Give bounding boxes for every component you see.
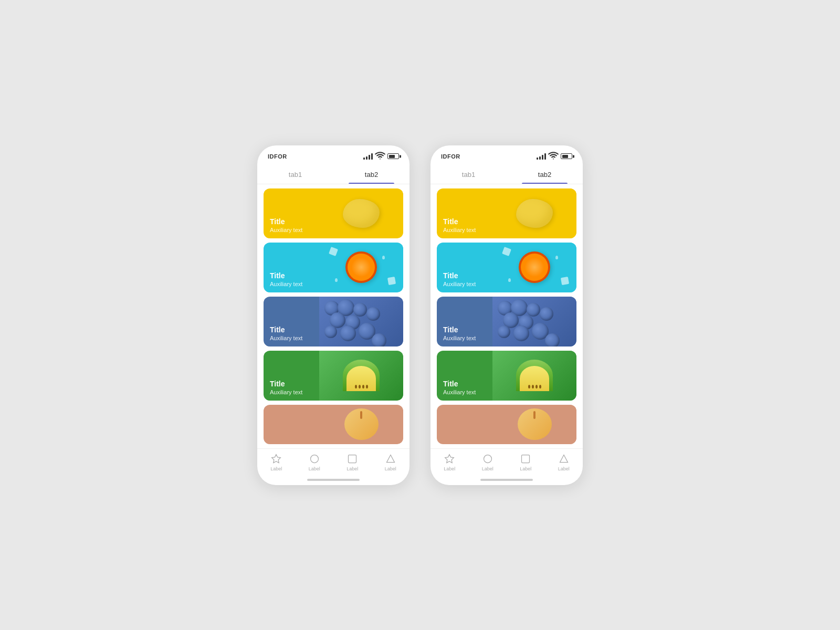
circle-icon-left xyxy=(309,453,320,465)
triangle-icon-left xyxy=(385,453,396,465)
tab1-left[interactable]: tab1 xyxy=(257,166,333,184)
nav-item-circle-right[interactable]: Label xyxy=(482,453,494,471)
card-subtitle-orange-right: Auxiliary text xyxy=(443,280,476,288)
lemon-visual-right xyxy=(492,188,576,238)
card-title-blueberry-left: Title xyxy=(270,326,302,334)
svg-marker-1 xyxy=(272,454,281,463)
melon-visual-left xyxy=(319,351,403,401)
card-title-lemon-left: Title xyxy=(270,217,302,226)
card-subtitle-blueberry-left: Auxiliary text xyxy=(270,334,302,342)
orange-visual-left xyxy=(319,243,403,292)
svg-point-2 xyxy=(310,455,318,463)
card-title-lemon-right: Title xyxy=(443,217,476,226)
svg-marker-9 xyxy=(560,455,568,462)
brand-label-right: IDFOR xyxy=(441,153,460,160)
card-title-orange-right: Title xyxy=(443,271,476,280)
square-icon-left xyxy=(346,453,358,465)
card-blueberry-right[interactable]: Title Auxiliary text xyxy=(437,297,576,346)
circle-icon-right xyxy=(482,453,494,465)
card-lemon-right[interactable]: Title Auxiliary text xyxy=(437,188,576,238)
home-bar-left xyxy=(307,479,360,481)
nav-label-circle-right: Label xyxy=(482,466,494,471)
tab1-right[interactable]: tab1 xyxy=(430,166,507,184)
card-orange-right[interactable]: Title Auxiliary text xyxy=(437,243,576,292)
star-icon-right xyxy=(444,453,455,465)
card-subtitle-melon-right: Auxiliary text xyxy=(443,388,476,396)
triangle-icon-right xyxy=(558,453,570,465)
card-orange-left[interactable]: Title Auxiliary text xyxy=(264,243,403,292)
card-text-orange-left: Title Auxiliary text xyxy=(264,267,309,292)
card-bg-peach-left xyxy=(264,405,403,444)
card-list-left: Title Auxiliary text xyxy=(257,184,410,448)
card-text-lemon-right: Title Auxiliary text xyxy=(437,213,482,238)
svg-marker-4 xyxy=(386,455,394,462)
status-icons-left xyxy=(363,150,399,162)
nav-item-square-left[interactable]: Label xyxy=(346,453,358,471)
card-bg-peach-right xyxy=(437,405,576,444)
card-text-orange-right: Title Auxiliary text xyxy=(437,267,482,292)
peach-visual-right xyxy=(492,405,576,444)
tab2-right[interactable]: tab2 xyxy=(507,166,583,184)
nav-label-square-left: Label xyxy=(346,466,358,471)
tab-bar-left: tab1 tab2 xyxy=(257,164,410,184)
svg-rect-8 xyxy=(522,455,530,463)
card-title-melon-right: Title xyxy=(443,380,476,388)
card-subtitle-lemon-left: Auxiliary text xyxy=(270,226,302,234)
star-icon-left xyxy=(270,453,282,465)
home-indicator-left xyxy=(257,475,410,485)
card-subtitle-orange-left: Auxiliary text xyxy=(270,280,302,288)
card-subtitle-blueberry-right: Auxiliary text xyxy=(443,334,476,342)
page-wrapper: IDFOR tab1 xyxy=(236,114,604,517)
wifi-icon-left xyxy=(375,150,385,162)
nav-item-star-left[interactable]: Label xyxy=(270,453,282,471)
nav-label-triangle-left: Label xyxy=(385,466,396,471)
status-bar-right: IDFOR xyxy=(430,145,583,164)
square-icon-right xyxy=(520,453,531,465)
nav-label-triangle-right: Label xyxy=(558,466,570,471)
card-lemon-left[interactable]: Title Auxiliary text xyxy=(264,188,403,238)
home-indicator-right xyxy=(430,475,583,485)
orange-visual-right xyxy=(492,243,576,292)
phone-left: IDFOR tab1 xyxy=(257,145,410,485)
card-text-melon-left: Title Auxiliary text xyxy=(264,375,309,400)
card-peach-right[interactable] xyxy=(437,405,576,444)
svg-point-5 xyxy=(553,159,554,160)
lemon-visual-left xyxy=(319,188,403,238)
card-text-blueberry-right: Title Auxiliary text xyxy=(437,321,482,346)
svg-point-7 xyxy=(484,455,491,463)
card-text-blueberry-left: Title Auxiliary text xyxy=(264,321,309,346)
svg-rect-3 xyxy=(349,455,356,463)
peach-visual-left xyxy=(319,405,403,444)
card-text-melon-right: Title Auxiliary text xyxy=(437,375,482,400)
card-peach-left[interactable] xyxy=(264,405,403,444)
nav-label-circle-left: Label xyxy=(309,466,320,471)
wifi-icon-right xyxy=(548,150,559,162)
battery-icon-right xyxy=(561,153,572,159)
blueberry-visual-right xyxy=(492,297,576,346)
nav-label-star-right: Label xyxy=(444,466,455,471)
tab2-left[interactable]: tab2 xyxy=(333,166,410,184)
card-list-right: Title Auxiliary text xyxy=(430,184,583,448)
svg-point-0 xyxy=(380,159,381,160)
brand-label-left: IDFOR xyxy=(268,153,287,160)
card-subtitle-melon-left: Auxiliary text xyxy=(270,388,302,396)
signal-icon-right xyxy=(537,153,546,160)
card-melon-right[interactable]: Title Auxiliary text xyxy=(437,351,576,401)
card-title-melon-left: Title xyxy=(270,380,302,388)
card-title-blueberry-right: Title xyxy=(443,326,476,334)
card-blueberry-left[interactable]: Title Auxiliary text xyxy=(264,297,403,346)
nav-item-triangle-left[interactable]: Label xyxy=(385,453,396,471)
bottom-nav-left: Label Label Label xyxy=(257,448,410,475)
card-melon-left[interactable]: Title Auxiliary text xyxy=(264,351,403,401)
card-text-lemon-left: Title Auxiliary text xyxy=(264,213,309,238)
nav-item-circle-left[interactable]: Label xyxy=(309,453,320,471)
status-bar-left: IDFOR xyxy=(257,145,410,164)
card-title-orange-left: Title xyxy=(270,271,302,280)
nav-item-star-right[interactable]: Label xyxy=(444,453,455,471)
signal-icon-left xyxy=(363,153,373,160)
nav-item-triangle-right[interactable]: Label xyxy=(558,453,570,471)
card-subtitle-lemon-right: Auxiliary text xyxy=(443,226,476,234)
nav-item-square-right[interactable]: Label xyxy=(520,453,531,471)
phone-right: IDFOR tab1 xyxy=(430,145,583,485)
battery-icon-left xyxy=(387,153,399,159)
